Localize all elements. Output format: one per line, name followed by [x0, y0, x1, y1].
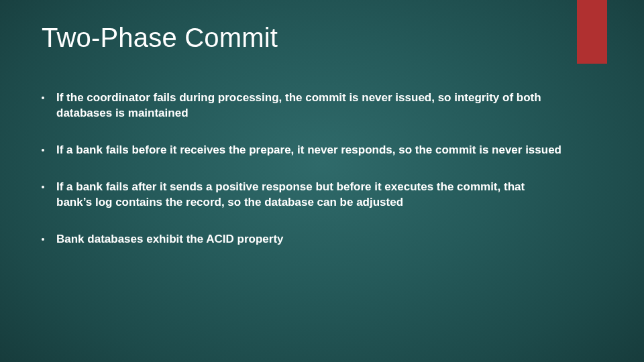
list-item: If the coordinator fails during processi…	[42, 90, 564, 121]
bullet-icon	[42, 186, 44, 188]
slide-title: Two-Phase Commit	[42, 23, 278, 53]
bullet-icon	[42, 97, 44, 99]
list-item: If a bank fails after it sends a positiv…	[42, 180, 564, 210]
bullet-icon	[42, 149, 44, 152]
bullet-text: If the coordinator fails during processi…	[56, 90, 564, 121]
bullet-icon	[42, 238, 44, 241]
accent-bar	[577, 0, 607, 64]
bullet-text: If a bank fails after it sends a positiv…	[56, 180, 564, 210]
list-item: Bank databases exhibit the ACID property	[42, 232, 564, 247]
list-item: If a bank fails before it receives the p…	[42, 143, 564, 158]
slide: Two-Phase Commit If the coordinator fail…	[0, 0, 644, 362]
bullet-text: Bank databases exhibit the ACID property	[56, 232, 564, 247]
slide-body: If the coordinator fails during processi…	[42, 90, 564, 269]
bullet-text: If a bank fails before it receives the p…	[56, 143, 564, 158]
